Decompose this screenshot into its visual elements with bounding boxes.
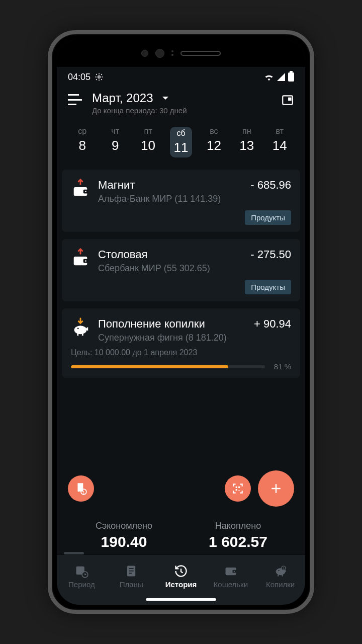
wallet-icon [224, 564, 238, 578]
svg-rect-2 [289, 98, 291, 100]
saved-label: Сэкономлено [67, 521, 181, 531]
chevron-down-icon [161, 94, 169, 102]
menu-icon[interactable] [68, 94, 82, 105]
day-number: 11 [174, 140, 189, 155]
transaction-subtitle: Альфа-Банк МИР (11 141.39) [98, 194, 242, 204]
day-number: 10 [132, 138, 164, 153]
transaction-subtitle: Супернужная фигня (8 181.20) [98, 333, 246, 343]
progress-bar [71, 365, 265, 368]
svg-rect-26 [278, 575, 279, 577]
svg-rect-18 [129, 568, 134, 569]
battery-icon [288, 72, 294, 82]
svg-rect-20 [129, 573, 132, 574]
piggy-icon: $ [274, 564, 288, 578]
nav-history[interactable]: История [156, 564, 206, 589]
svg-point-8 [85, 260, 86, 262]
svg-rect-27 [282, 575, 283, 577]
accumulated-block[interactable]: Накоплено 1 602.57 [181, 521, 295, 550]
add-button[interactable] [258, 470, 294, 507]
summary-row: Сэкономлено 190.40 Накоплено 1 602.57 [57, 521, 305, 550]
day-label: пт [132, 127, 164, 136]
transaction-card[interactable]: Магнит Альфа-Банк МИР (11 141.39) - 685.… [62, 170, 300, 232]
svg-point-10 [77, 328, 79, 329]
piggy-inflow-icon [71, 317, 90, 337]
day-cell[interactable]: пн13 [230, 125, 263, 159]
notch [57, 39, 305, 67]
nav-plans[interactable]: Планы [107, 564, 156, 589]
svg-rect-19 [129, 571, 134, 572]
transaction-title: Магнит [98, 179, 242, 192]
qr-scan-button[interactable] [225, 475, 251, 502]
wifi-icon [264, 73, 274, 81]
day-cell[interactable]: сб11 [164, 125, 197, 159]
screen: 04:05 Март, 2023 До конца периода: 30 дн… [57, 39, 305, 605]
day-cell[interactable]: ср8 [66, 125, 99, 159]
home-indicator[interactable] [146, 598, 216, 601]
day-number: 13 [230, 138, 263, 153]
sensor-dots-icon [171, 50, 173, 56]
day-label: вс [198, 127, 230, 136]
front-camera-icon [155, 49, 164, 58]
day-label: пн [230, 127, 263, 136]
speaker-icon [180, 51, 221, 56]
day-label: чт [99, 127, 131, 136]
svg-rect-12 [82, 333, 83, 336]
category-tag[interactable]: Продукты [245, 210, 291, 225]
nav-period[interactable]: Период [57, 564, 107, 589]
accum-label: Накоплено [181, 521, 295, 531]
transaction-title: Столовая [98, 248, 242, 261]
calendar-clock-icon [74, 564, 88, 578]
phone-frame: 04:05 Март, 2023 До конца периода: 30 дн… [48, 30, 314, 614]
day-number: 9 [99, 138, 131, 153]
wallet-outflow-icon [71, 248, 90, 267]
gear-icon [95, 72, 104, 82]
svg-point-5 [85, 191, 86, 192]
history-icon [174, 564, 188, 578]
accum-value: 1 602.57 [181, 533, 295, 550]
day-cell[interactable]: чт9 [99, 125, 131, 159]
transaction-amount: - 275.50 [250, 248, 291, 261]
day-cell[interactable]: вс12 [198, 125, 230, 159]
wallet-outflow-icon [71, 179, 90, 198]
status-bar: 04:05 [57, 67, 305, 84]
month-selector[interactable]: Март, 2023 [92, 91, 271, 105]
transaction-amount: - 685.96 [250, 179, 291, 192]
day-cell[interactable]: вт14 [263, 125, 296, 159]
svg-point-0 [98, 76, 101, 78]
goal-text: Цель: 10 000.00 до 1 апреля 2023 [71, 348, 291, 357]
status-time: 04:05 [68, 72, 90, 83]
day-number: 14 [263, 138, 296, 153]
category-tag[interactable]: Продукты [245, 280, 291, 294]
signal-icon [277, 73, 285, 81]
calendar-icon[interactable] [281, 93, 294, 106]
front-camera-icon [141, 50, 148, 57]
transaction-subtitle: Сбербанк МИР (55 302.65) [98, 263, 242, 274]
saved-block[interactable]: Сэкономлено 190.40 [67, 521, 181, 550]
bottom-nav: Период Планы История Кошельки $ Копилки [57, 554, 305, 605]
day-label: вт [263, 127, 296, 136]
saved-value: 190.40 [67, 533, 181, 550]
transaction-card[interactable]: Столовая Сбербанк МИР (55 302.65) - 275.… [62, 239, 300, 301]
day-number: 12 [198, 138, 230, 153]
svg-rect-11 [77, 333, 78, 336]
period-subtitle: До конца периода: 30 дней [92, 106, 271, 115]
fab-row: 1 [57, 470, 305, 507]
week-selector: ср8чт9пт10сб11вс12пн13вт14 [57, 118, 305, 166]
month-title: Март, 2023 [92, 91, 153, 105]
transaction-title: Пополнение копилки [98, 317, 246, 331]
list-icon [124, 564, 138, 578]
day-label: ср [66, 127, 99, 136]
transaction-card[interactable]: Пополнение копилки Супернужная фигня (8 … [62, 308, 300, 378]
progress-percent: 81 % [271, 362, 291, 371]
svg-point-25 [278, 570, 279, 571]
nav-wallets[interactable]: Кошельки [206, 564, 255, 589]
day-number: 8 [66, 138, 99, 153]
day-label: сб [174, 129, 189, 138]
transaction-amount: + 90.94 [254, 317, 291, 331]
app-header: Март, 2023 До конца периода: 30 дней [57, 84, 305, 118]
receipt-button[interactable]: 1 [68, 475, 94, 502]
nav-piggy[interactable]: $ Копилки [255, 564, 305, 589]
day-cell[interactable]: пт10 [132, 125, 164, 159]
svg-point-23 [234, 571, 235, 572]
svg-point-9 [74, 326, 87, 334]
